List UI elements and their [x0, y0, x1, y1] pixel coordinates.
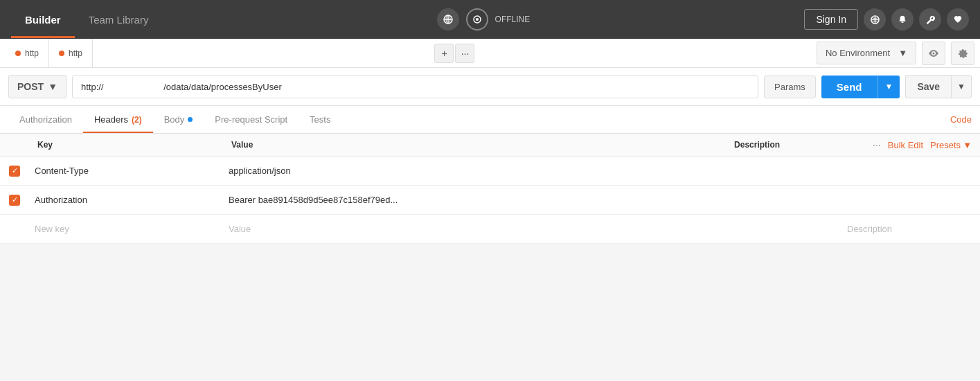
tab-dot-1 — [15, 51, 21, 56]
save-label: Save — [917, 81, 940, 92]
collection-tab-1[interactable]: http — [6, 39, 49, 67]
key-cell-2[interactable]: Authorization — [29, 188, 223, 212]
bell-icon[interactable] — [891, 8, 914, 30]
headers-badge: (2) — [132, 115, 142, 125]
desc-cell-2[interactable] — [841, 193, 980, 207]
send-label: Send — [837, 81, 862, 93]
wrench-icon[interactable] — [919, 8, 941, 30]
table-row: Content-Type application/json — [0, 157, 980, 186]
presets-label: Presets — [930, 140, 961, 150]
new-key-row: New key Value Description — [0, 215, 980, 244]
tab1-label: http — [25, 48, 39, 58]
new-value-placeholder: Value — [229, 224, 251, 234]
tests-label: Tests — [310, 114, 330, 125]
save-dropdown-button[interactable]: ▼ — [951, 75, 972, 98]
checkbox-1[interactable] — [9, 166, 20, 177]
method-select[interactable]: POST ▼ — [8, 75, 66, 98]
table-header: Key Value Description ··· Bulk Edit Pres… — [0, 134, 980, 157]
tab-headers[interactable]: Headers (2) — [83, 106, 153, 133]
eye-icon[interactable] — [922, 42, 945, 65]
bulk-edit-button[interactable]: Bulk Edit — [888, 140, 923, 150]
new-key-placeholder: New key — [35, 224, 69, 234]
gear-icon[interactable] — [951, 42, 974, 65]
params-button[interactable]: Params — [764, 76, 816, 98]
svg-point-5 — [476, 18, 479, 21]
key-cell-1[interactable]: Content-Type — [29, 159, 223, 183]
desc-col-header: Description — [726, 134, 864, 155]
body-label: Body — [164, 114, 185, 125]
collection-tab-2[interactable]: http — [49, 39, 93, 67]
nav-right: Sign In — [804, 8, 969, 30]
team-library-label: Team Library — [89, 14, 149, 26]
key-col-header: Key — [29, 134, 223, 155]
env-area: No Environment ▼ — [817, 42, 974, 65]
code-link[interactable]: Code — [950, 114, 972, 125]
offline-label: OFFLINE — [495, 15, 531, 24]
sign-in-label: Sign In — [816, 14, 846, 25]
checkbox-2[interactable] — [9, 195, 20, 206]
desc-cell-1[interactable] — [841, 164, 980, 178]
request-tabs: Authorization Headers (2) Body Pre-reque… — [0, 106, 980, 134]
collection-tabs-bar: http http + ··· No Environment ▼ — [0, 39, 980, 68]
url-input[interactable] — [72, 76, 758, 98]
tab-dot-2 — [59, 51, 64, 56]
globe-icon[interactable] — [864, 8, 886, 30]
heart-icon[interactable] — [947, 8, 969, 30]
svg-point-9 — [933, 52, 935, 54]
sync-icon[interactable] — [466, 8, 488, 30]
method-label: POST — [17, 81, 44, 92]
value-cell-1[interactable]: application/json — [223, 159, 841, 183]
request-bar: POST ▼ Params Send ▼ Save ▼ — [0, 68, 980, 106]
network-icon[interactable] — [437, 8, 459, 30]
save-button[interactable]: Save — [905, 75, 951, 98]
new-key-cell[interactable]: New key — [29, 217, 223, 241]
new-value-cell[interactable]: Value — [223, 217, 841, 241]
top-nav: Builder Team Library OFFLINE Sign In — [0, 0, 980, 39]
team-library-tab[interactable]: Team Library — [75, 1, 163, 38]
builder-tab[interactable]: Builder — [11, 1, 75, 38]
authorization-label: Authorization — [19, 114, 72, 125]
headers-label: Headers — [94, 114, 128, 125]
tab-actions: + ··· — [434, 44, 474, 63]
more-dots-button[interactable]: ··· — [873, 139, 881, 150]
send-dropdown-button[interactable]: ▼ — [877, 76, 900, 98]
sign-in-button[interactable]: Sign In — [804, 9, 858, 30]
table-actions: ··· Bulk Edit Presets ▼ — [864, 134, 980, 156]
offline-badge: OFFLINE — [495, 15, 531, 24]
nav-center: OFFLINE — [437, 8, 531, 30]
presets-button[interactable]: Presets ▼ — [930, 140, 972, 150]
more-tabs-button[interactable]: ··· — [455, 44, 474, 63]
table-row: Authorization Bearer bae891458d9d5ee87c1… — [0, 186, 980, 215]
check-cell-1[interactable] — [0, 166, 29, 177]
env-label: No Environment — [826, 48, 890, 58]
builder-label: Builder — [25, 14, 61, 26]
send-button[interactable]: Send — [821, 76, 877, 98]
value-cell-2[interactable]: Bearer bae891458d9d5ee87c158ef79ed... — [223, 188, 841, 212]
new-desc-cell[interactable]: Description — [841, 217, 980, 241]
send-button-group: Send ▼ — [821, 76, 900, 98]
params-label: Params — [774, 82, 805, 92]
tab-prerequest[interactable]: Pre-request Script — [204, 106, 299, 133]
headers-section: Key Value Description ··· Bulk Edit Pres… — [0, 134, 980, 244]
value-col-header: Value — [223, 134, 726, 155]
save-button-group: Save ▼ — [905, 75, 972, 98]
add-tab-button[interactable]: + — [434, 44, 454, 63]
new-desc-placeholder: Description — [847, 224, 892, 234]
tab-tests[interactable]: Tests — [299, 106, 341, 133]
code-label: Code — [950, 114, 972, 125]
env-chevron-icon: ▼ — [898, 48, 907, 58]
nav-left: Builder Team Library — [11, 1, 162, 38]
presets-chevron-icon: ▼ — [963, 140, 972, 150]
prerequest-label: Pre-request Script — [215, 114, 287, 125]
tab2-label: http — [69, 48, 82, 58]
method-chevron-icon: ▼ — [48, 81, 57, 92]
check-cell-2[interactable] — [0, 195, 29, 206]
tab-body[interactable]: Body — [153, 106, 204, 133]
body-dot — [188, 117, 193, 122]
environment-select[interactable]: No Environment ▼ — [817, 42, 916, 64]
tab-authorization[interactable]: Authorization — [8, 106, 83, 133]
